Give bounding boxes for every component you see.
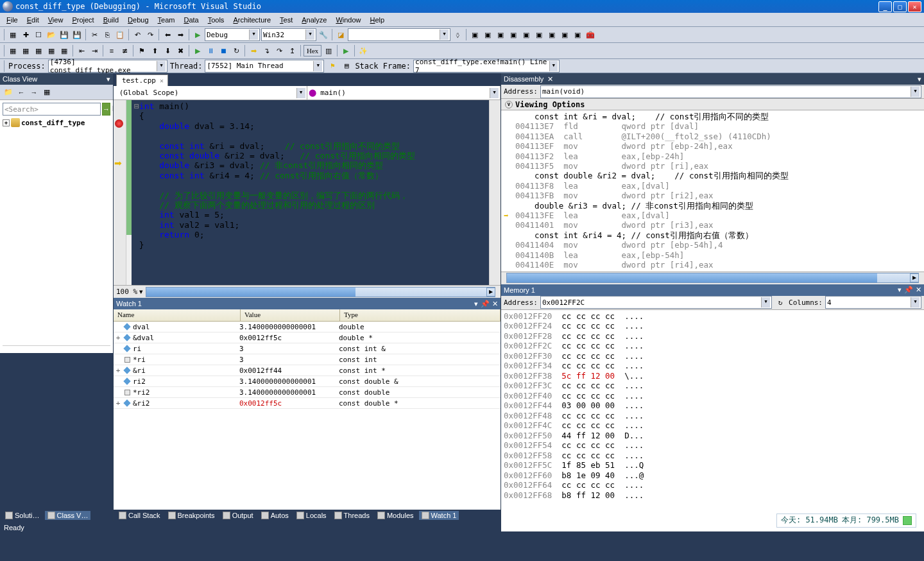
- watch-row[interactable]: *ri23.1400000000000001const double: [114, 387, 501, 398]
- save-all-icon[interactable]: 💾: [71, 29, 83, 40]
- menu-project[interactable]: Project: [68, 15, 98, 25]
- frame-combo[interactable]: const_diff_type.exe!main() Line 7▾: [413, 60, 560, 73]
- open-icon[interactable]: 📂: [46, 29, 57, 40]
- memory-view[interactable]: 0x0012FF20 cc cc cc cc .... 0x0012FF24 c…: [501, 310, 924, 531]
- watch-row[interactable]: dval3.1400000000000001double: [114, 322, 501, 332]
- asm-line[interactable]: 00411404 mov dword ptr [ebp-54h],4: [504, 240, 921, 250]
- asm-line[interactable]: double &ri3 = dval; // 非const引用指向相同的类型: [504, 201, 921, 211]
- menu-edit[interactable]: Edit: [23, 15, 43, 25]
- class-view-tab[interactable]: Class V…: [45, 511, 91, 520]
- disasm-hscroll[interactable]: ◀▶: [506, 273, 919, 283]
- thread-combo[interactable]: [7552] Main Thread▾: [205, 60, 324, 73]
- panel-dropdown-icon[interactable]: ▾: [898, 286, 902, 294]
- win4-icon[interactable]: ▣: [508, 29, 519, 40]
- tab-close-icon[interactable]: ✕: [160, 77, 164, 84]
- watch-row[interactable]: *ri3const int: [114, 354, 501, 365]
- output-icon[interactable]: ▥: [323, 45, 334, 56]
- redo-icon[interactable]: ↷: [144, 29, 156, 40]
- mem-reeval-icon[interactable]: ↻: [774, 297, 786, 308]
- menu-test[interactable]: Test: [276, 15, 296, 25]
- platform-combo[interactable]: Win32▾: [261, 28, 316, 41]
- indent-less-icon[interactable]: ⇤: [76, 45, 87, 56]
- breakpoint-icon[interactable]: [115, 119, 123, 128]
- add-item-icon[interactable]: ✚: [20, 29, 31, 40]
- uncomment-icon[interactable]: ≢: [119, 45, 130, 56]
- layout2-icon[interactable]: ▦: [20, 45, 31, 56]
- menu-data[interactable]: Data: [180, 15, 202, 25]
- menu-analyze[interactable]: Analyze: [298, 15, 330, 25]
- watch-row[interactable]: ri3const int &: [114, 343, 501, 354]
- continue-icon[interactable]: ▶: [192, 45, 203, 56]
- menu-debug[interactable]: Debug: [124, 15, 152, 25]
- properties-icon[interactable]: 🔧: [318, 29, 329, 40]
- win9-icon[interactable]: ▣: [572, 29, 583, 40]
- mem-cols-combo[interactable]: 4▾: [825, 296, 921, 309]
- mem-addr-combo[interactable]: 0x0012FF2C▾: [540, 296, 772, 309]
- tool-tab-threads[interactable]: Threads: [332, 511, 372, 520]
- horizontal-scrollbar[interactable]: ◀▶: [146, 287, 495, 297]
- menu-view[interactable]: View: [44, 15, 67, 25]
- run-icon[interactable]: ▶: [340, 45, 352, 56]
- menu-build[interactable]: Build: [99, 15, 123, 25]
- paste-icon[interactable]: 📋: [114, 29, 126, 40]
- watch-row[interactable]: +&ri0x0012ff44const int *: [114, 365, 501, 376]
- process-combo[interactable]: [4736] const_diff_type.exe▾: [48, 60, 167, 73]
- asm-line[interactable]: 004113EA call @ILT+200(__ftol2_sse) (411…: [504, 132, 921, 141]
- nav-fwd-icon[interactable]: ➡: [175, 29, 186, 40]
- asm-line[interactable]: 004113F5 mov dword ptr [ri],eax: [504, 161, 921, 171]
- expand-icon[interactable]: +: [3, 119, 10, 126]
- indent-more-icon[interactable]: ⇥: [89, 45, 100, 56]
- refresh-icon[interactable]: [903, 516, 912, 525]
- tool-tab-locals[interactable]: Locals: [294, 511, 329, 520]
- vertical-scrollbar[interactable]: [489, 100, 501, 285]
- chevron-down-icon[interactable]: v: [505, 101, 513, 108]
- class-view-search[interactable]: [3, 103, 101, 116]
- thread-filter-icon[interactable]: ▤: [341, 60, 352, 72]
- panel-dropdown-icon[interactable]: ▾: [474, 300, 478, 308]
- asm-line[interactable]: ➡004113FE lea eax,[dval]: [504, 211, 921, 220]
- bookmark-icon[interactable]: ⚑: [136, 45, 148, 56]
- pin-icon[interactable]: 📌: [904, 286, 913, 294]
- find-combo[interactable]: ▾: [348, 28, 450, 41]
- menu-team[interactable]: Team: [154, 15, 179, 25]
- tool-tab-breakpoints[interactable]: Breakpoints: [166, 511, 218, 520]
- back-icon[interactable]: ←: [15, 87, 27, 98]
- asm-line[interactable]: const double &ri2 = dval; // const引用指向相同…: [504, 171, 921, 180]
- next-bm-icon[interactable]: ⬇: [162, 45, 173, 56]
- layout1-icon[interactable]: ▦: [7, 45, 19, 56]
- step-out-icon[interactable]: ↥: [286, 45, 298, 56]
- cut-icon[interactable]: ✂: [89, 29, 100, 40]
- editor-tab-test[interactable]: test.cpp✕: [116, 74, 168, 86]
- asm-line[interactable]: const int &ri = dval; // const引用指向不同的类型: [504, 112, 921, 121]
- start-debug-icon[interactable]: ▶: [192, 29, 203, 40]
- new-file-icon[interactable]: ☐: [33, 29, 44, 40]
- new-folder-icon[interactable]: 📁: [3, 87, 14, 98]
- menu-file[interactable]: File: [3, 15, 22, 25]
- tool-tab-output[interactable]: Output: [220, 511, 256, 520]
- asm-line[interactable]: const int &ri4 = 4; // const引用指向右值（常数）: [504, 230, 921, 240]
- solution-explorer-tab[interactable]: Soluti…: [3, 511, 42, 520]
- menu-help[interactable]: Help: [366, 15, 389, 25]
- asm-line[interactable]: 004113F8 lea eax,[dval]: [504, 181, 921, 191]
- win3-icon[interactable]: ▣: [495, 29, 506, 40]
- tool-tab-autos[interactable]: Autos: [259, 511, 291, 520]
- win1-icon[interactable]: ▣: [469, 29, 481, 40]
- viewing-options[interactable]: vViewing Options: [501, 99, 924, 110]
- watch-row[interactable]: ri23.1400000000000001const double &: [114, 376, 501, 387]
- scope-combo[interactable]: (Global Scope)▾: [114, 86, 307, 99]
- nav-back-icon[interactable]: ⬅: [162, 29, 173, 40]
- asm-line[interactable]: 004113FB mov dword ptr [ri2],eax: [504, 191, 921, 200]
- save-icon[interactable]: 💾: [58, 29, 70, 40]
- disasm-addr-combo[interactable]: main(void)▾: [540, 85, 921, 98]
- clear-bm-icon[interactable]: ✖: [175, 45, 186, 56]
- stop-icon[interactable]: ⏹: [218, 45, 229, 56]
- cv-dropdown-icon[interactable]: ▾: [107, 75, 110, 83]
- asm-line[interactable]: 00411401 mov dword ptr [ri3],eax: [504, 220, 921, 230]
- project-node[interactable]: + const_diff_type: [3, 118, 110, 127]
- thread-flag-icon[interactable]: ⚑: [327, 60, 338, 72]
- find-icon[interactable]: ◪: [335, 29, 346, 40]
- fwd-icon[interactable]: →: [28, 87, 40, 98]
- tool-tab-watch-1[interactable]: Watch 1: [419, 511, 459, 520]
- step-into-icon[interactable]: ↴: [261, 45, 272, 56]
- asm-line[interactable]: 004113F2 lea eax,[ebp-24h]: [504, 151, 921, 161]
